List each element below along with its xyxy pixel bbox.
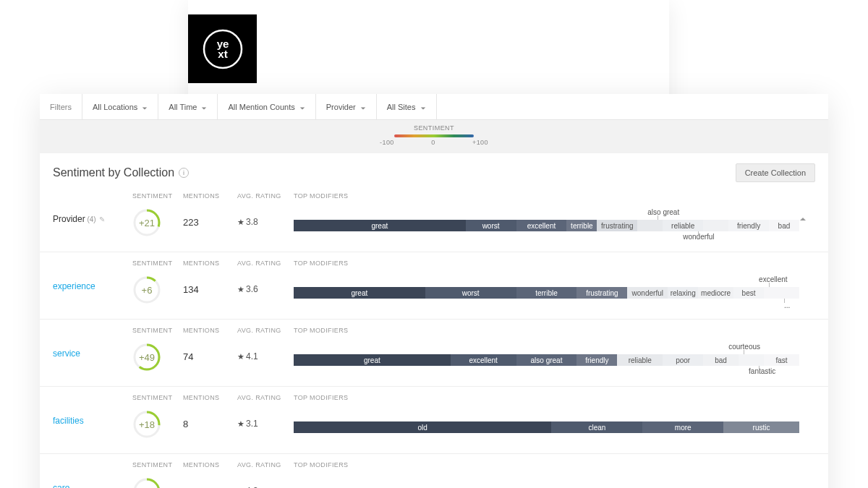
modifier-segment[interactable]: wonderful xyxy=(627,287,668,299)
sentiment-cell: SENTIMENT+18 xyxy=(132,461,183,488)
chevron-down-icon xyxy=(299,104,305,110)
avg-rating-value: ★4.1 xyxy=(237,343,294,361)
modifier-stack: greatexcellentalso greatfriendlyreliable… xyxy=(294,343,799,376)
mentions-value: 74 xyxy=(183,343,237,362)
filter-time[interactable]: All Time xyxy=(158,94,218,119)
modifier-segment[interactable]: old xyxy=(294,421,551,433)
modifier-segment[interactable]: reliable xyxy=(617,354,663,366)
collection-row: facilitiesSENTIMENT+18MENTIONS8AVG. RATI… xyxy=(40,386,828,453)
legend-min: -100 xyxy=(380,139,394,146)
filter-locations[interactable]: All Locations xyxy=(82,94,158,119)
filter-sites[interactable]: All Sites xyxy=(377,94,437,119)
chevron-down-icon xyxy=(360,104,366,110)
collection-name[interactable]: experience xyxy=(53,260,132,291)
modifier-segment[interactable]: best xyxy=(733,287,764,299)
modifier-segment[interactable]: frustrating xyxy=(576,287,627,299)
filter-provider[interactable]: Provider xyxy=(316,94,377,119)
expand-cell xyxy=(799,394,815,416)
modifier-segment[interactable]: also great xyxy=(516,354,577,366)
avg-rating-value: ★3.8 xyxy=(237,208,294,227)
modifier-segment[interactable]: excellent xyxy=(451,354,516,366)
modifier-segment[interactable]: great xyxy=(294,354,451,366)
sentiment-legend-title: SENTIMENT xyxy=(40,124,828,132)
star-icon: ★ xyxy=(237,285,244,294)
modifier-segment[interactable] xyxy=(703,220,728,231)
filter-mention-counts[interactable]: All Mention Counts xyxy=(218,94,315,119)
collection-name[interactable]: service xyxy=(53,327,132,359)
sentiment-cell: SENTIMENT+18 xyxy=(132,394,183,439)
avg-rating-value: ★4.3 xyxy=(237,477,294,488)
sentiment-legend: SENTIMENT -100 0 +100 xyxy=(40,120,828,153)
modifier-segment[interactable]: friendly xyxy=(728,220,769,231)
modifier-segment[interactable]: rustic xyxy=(723,421,799,433)
modifier-segment[interactable] xyxy=(764,287,799,299)
modifier-tick xyxy=(759,366,760,370)
modifier-stack: greatworstterriblefrustratingwonderfulre… xyxy=(294,275,799,309)
modifier-segment[interactable]: great xyxy=(294,287,425,299)
modifier-segment[interactable]: worst xyxy=(466,220,516,231)
modifier-segment[interactable] xyxy=(637,220,663,231)
modifier-segment[interactable]: relaxing xyxy=(668,287,698,299)
top-modifiers-cell: TOP MODIFIERSgood xyxy=(294,461,799,488)
modifier-segment[interactable]: terrible xyxy=(566,220,597,231)
modifier-tick xyxy=(784,299,785,303)
svg-text:xt: xt xyxy=(218,48,227,60)
modifier-segment[interactable]: more xyxy=(642,421,723,433)
collection-name[interactable]: facilities xyxy=(53,394,132,426)
sentiment-ring: +6 xyxy=(132,275,161,304)
modifier-segment[interactable]: poor xyxy=(663,354,703,366)
top-modifiers-cell: TOP MODIFIERSgreatworstterriblefrustrati… xyxy=(294,260,799,309)
modifier-segment[interactable]: bad xyxy=(703,354,739,366)
chevron-down-icon xyxy=(142,104,148,110)
modifier-overflow-label: excellent xyxy=(759,275,787,283)
star-icon: ★ xyxy=(237,218,244,226)
modifier-segment[interactable]: worst xyxy=(425,287,516,299)
expand-cell xyxy=(799,461,815,483)
sentiment-ring: +21 xyxy=(132,208,161,237)
collection-row: experienceSENTIMENT+6MENTIONS134AVG. RAT… xyxy=(40,252,828,319)
mentions-cell: MENTIONS74 xyxy=(183,327,237,362)
mentions-header: MENTIONS xyxy=(183,461,237,470)
collection-name[interactable]: care xyxy=(53,461,132,488)
modifier-segment[interactable] xyxy=(739,354,764,366)
modifier-segment[interactable]: clean xyxy=(551,421,642,433)
mentions-cell: MENTIONS223 xyxy=(183,192,237,228)
sentiment-header: SENTIMENT xyxy=(132,461,183,470)
modifier-tick xyxy=(744,350,744,354)
sentiment-ring: +49 xyxy=(132,343,161,372)
create-collection-button[interactable]: Create Collection xyxy=(736,163,815,182)
modifier-segment[interactable]: terrible xyxy=(516,287,577,299)
modifier-segment[interactable]: fast xyxy=(764,354,799,366)
top-modifiers-cell: TOP MODIFIERSgreatworstexcellentterrible… xyxy=(294,192,799,241)
modifier-bar: greatexcellentalso greatfriendlyreliable… xyxy=(294,354,799,366)
collapse-icon[interactable] xyxy=(799,214,807,221)
mentions-header: MENTIONS xyxy=(183,394,237,403)
main-panel: Filters All Locations All Time All Menti… xyxy=(40,94,828,488)
avg-rating-header: AVG. RATING xyxy=(237,192,294,201)
top-modifiers-cell: TOP MODIFIERSgreatexcellentalso greatfri… xyxy=(294,327,799,376)
filter-bar: Filters All Locations All Time All Menti… xyxy=(40,94,828,120)
modifier-segment[interactable]: frustrating xyxy=(597,220,637,231)
filter-mention-counts-label: All Mention Counts xyxy=(228,103,294,111)
brand-logo: ye xt xyxy=(188,14,257,83)
modifier-segment[interactable]: great xyxy=(294,220,466,231)
mentions-cell: MENTIONS8 xyxy=(183,394,237,429)
modifier-segment[interactable]: mediocre xyxy=(698,287,733,299)
modifier-segment[interactable]: reliable xyxy=(663,220,703,231)
info-icon[interactable]: i xyxy=(179,168,189,178)
sentiment-header: SENTIMENT xyxy=(132,394,183,403)
avg-rating-cell: AVG. RATING★3.8 xyxy=(237,192,294,227)
modifier-segment[interactable]: friendly xyxy=(576,354,617,366)
avg-rating-header: AVG. RATING xyxy=(237,394,294,403)
modifier-bar: oldcleanmorerustic xyxy=(294,421,799,433)
filter-sites-label: All Sites xyxy=(387,103,416,111)
modifier-stack: good xyxy=(294,477,799,488)
chevron-down-icon xyxy=(420,104,426,110)
modifier-segment[interactable]: excellent xyxy=(516,220,567,231)
collection-count: (4) xyxy=(85,215,96,223)
avg-rating-cell: AVG. RATING★4.1 xyxy=(237,327,294,361)
sentiment-header: SENTIMENT xyxy=(132,327,183,335)
modifier-bar: greatworstexcellentterriblefrustratingre… xyxy=(294,220,799,231)
edit-icon[interactable]: ✎ xyxy=(98,215,106,223)
modifier-segment[interactable]: bad xyxy=(769,220,799,231)
